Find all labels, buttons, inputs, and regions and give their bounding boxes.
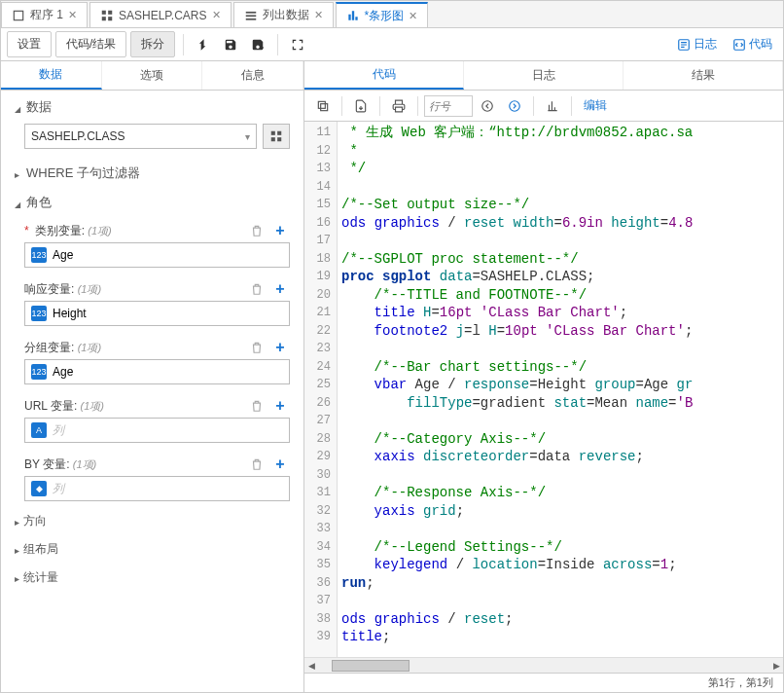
go-prev-icon[interactable] (475, 94, 500, 118)
left-subtab-0[interactable]: 数据 (1, 61, 102, 90)
tab-icon (346, 9, 360, 22)
role-value-0[interactable]: 123 (24, 242, 290, 268)
close-icon[interactable]: ✕ (409, 10, 417, 22)
export-icon[interactable] (348, 94, 374, 118)
right-subtabs: 代码日志结果 (304, 61, 783, 91)
save-as-icon[interactable] (246, 33, 269, 56)
svg-point-17 (510, 100, 520, 111)
role-value-1[interactable]: 123 (24, 301, 290, 326)
svg-rect-1 (102, 10, 106, 14)
type-chip-icon: 123 (31, 247, 47, 263)
code-link[interactable]: 代码 (728, 33, 777, 55)
dataset-browse-button[interactable] (263, 124, 290, 149)
role-header-0: *类别变量: (1项)+ (1, 215, 303, 242)
delete-icon[interactable] (247, 221, 267, 240)
delete-icon[interactable] (247, 279, 267, 299)
right-subtab-0[interactable]: 代码 (304, 61, 464, 90)
role-input[interactable] (53, 423, 283, 437)
file-tab-3[interactable]: *条形图✕ (336, 2, 429, 27)
role-input[interactable] (53, 248, 283, 262)
role-input[interactable] (53, 307, 283, 320)
add-icon[interactable]: + (270, 279, 290, 299)
svg-rect-13 (277, 137, 281, 141)
tab-icon (100, 9, 114, 22)
left-subtab-1[interactable]: 选项 (102, 61, 203, 90)
left-panel: 数据选项信息 数据 SASHELP.CLASS▾ WHERE 子句过滤器 角色 … (1, 61, 304, 692)
print-icon[interactable] (386, 94, 411, 118)
role-input[interactable] (53, 482, 283, 495)
svg-rect-11 (277, 131, 281, 135)
file-tab-0[interactable]: 程序 1✕ (1, 2, 88, 27)
role-label: 响应变量: (1项) (24, 281, 243, 298)
close-icon[interactable]: ✕ (68, 9, 77, 21)
type-chip-icon: A (31, 422, 47, 438)
tab-icon (244, 9, 258, 22)
add-icon[interactable]: + (270, 396, 290, 416)
role-value-3[interactable]: A (24, 418, 290, 443)
svg-rect-3 (102, 17, 106, 20)
code-result-button[interactable]: 代码/结果 (55, 31, 126, 57)
role-label: 类别变量: (1项) (35, 223, 243, 239)
right-subtab-2[interactable]: 结果 (624, 61, 783, 90)
dataset-dropdown[interactable]: SASHELP.CLASS▾ (24, 124, 257, 149)
type-chip-icon: ◆ (31, 481, 47, 496)
role-header-1: 响应变量: (1项)+ (1, 274, 303, 301)
file-tab-1[interactable]: SASHELP.CARS✕ (89, 2, 232, 27)
save-icon[interactable] (219, 33, 242, 56)
settings-button[interactable]: 设置 (7, 31, 52, 57)
separator (277, 34, 278, 55)
fullscreen-icon[interactable] (286, 33, 309, 56)
log-link[interactable]: 日志 (672, 33, 722, 55)
role-input[interactable] (53, 365, 283, 379)
svg-rect-2 (108, 10, 112, 14)
file-tab-2[interactable]: 列出数据✕ (233, 2, 334, 27)
required-icon: * (24, 224, 29, 237)
code-toolbar: 编辑 (304, 91, 783, 122)
copy-icon[interactable] (310, 94, 336, 118)
roles-section-header[interactable]: 角色 (1, 186, 303, 215)
lineno-input[interactable] (424, 95, 473, 117)
h-scrollbar[interactable]: ◀ ▶ (304, 657, 783, 673)
more-section-0[interactable]: 方向 (1, 507, 303, 535)
data-section-header[interactable]: 数据 (1, 91, 303, 120)
more-section-1[interactable]: 组布局 (1, 535, 303, 564)
svg-rect-15 (318, 101, 325, 108)
delete-icon[interactable] (247, 455, 267, 474)
add-icon[interactable]: + (270, 455, 290, 474)
svg-point-16 (482, 100, 493, 111)
svg-rect-5 (245, 11, 256, 13)
code-editor[interactable]: 11 12 13 14 15 16 17 18 19 20 21 22 23 2… (304, 122, 783, 657)
right-subtab-1[interactable]: 日志 (464, 61, 624, 90)
separator (183, 34, 184, 55)
role-header-2: 分组变量: (1项)+ (1, 332, 303, 359)
role-label: URL 变量: (1项) (24, 398, 243, 415)
type-chip-icon: 123 (31, 364, 47, 380)
code-content[interactable]: * 生成 Web 客户端：“http://brdvm0852.apac.sa *… (338, 122, 783, 657)
svg-rect-0 (14, 11, 22, 19)
svg-rect-7 (245, 18, 256, 19)
edit-link[interactable]: 编辑 (578, 97, 613, 114)
svg-rect-12 (271, 137, 275, 141)
svg-rect-14 (321, 103, 328, 110)
role-value-2[interactable]: 123 (24, 359, 290, 384)
main-toolbar: 设置 代码/结果 拆分 日志 代码 (1, 28, 783, 61)
go-next-icon[interactable] (502, 94, 527, 118)
where-section-header[interactable]: WHERE 子句过滤器 (1, 157, 303, 186)
split-button[interactable]: 拆分 (130, 31, 175, 57)
left-subtab-2[interactable]: 信息 (202, 61, 303, 90)
status-bar: 第1行，第1列 (304, 673, 783, 692)
role-value-4[interactable]: ◆ (24, 476, 290, 501)
add-icon[interactable]: + (270, 338, 290, 357)
file-tabs-bar: 程序 1✕SASHELP.CARS✕列出数据✕*条形图✕ (1, 1, 783, 28)
close-icon[interactable]: ✕ (212, 9, 221, 21)
more-section-2[interactable]: 统计量 (1, 564, 303, 592)
close-icon[interactable]: ✕ (314, 9, 323, 21)
svg-rect-10 (271, 131, 275, 135)
delete-icon[interactable] (247, 396, 267, 416)
svg-rect-6 (245, 15, 256, 17)
svg-rect-4 (108, 17, 112, 20)
delete-icon[interactable] (247, 338, 267, 357)
add-icon[interactable]: + (270, 221, 290, 240)
run-icon[interactable] (192, 33, 215, 56)
chart-icon[interactable] (540, 94, 565, 118)
